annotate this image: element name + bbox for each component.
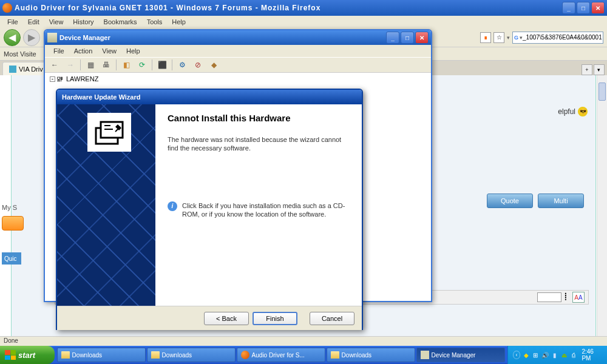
scrollbar-thumb[interactable] (599, 83, 606, 101)
wizard-info-row: i Click Back if you have installation me… (168, 201, 350, 219)
quick-reply-header: Quic (2, 252, 21, 265)
finish-button[interactable]: Finish (253, 312, 297, 325)
enable-icon[interactable]: ◆ (208, 59, 220, 71)
device-manager-icon (47, 33, 57, 42)
new-tab-button[interactable]: + (582, 64, 592, 75)
printer-icon[interactable]: ⎙ (570, 351, 578, 359)
minimize-button[interactable]: _ (562, 2, 575, 14)
status-bar: Done (0, 336, 607, 346)
most-visited-label[interactable]: Most Visite (4, 50, 36, 58)
wizard-footer: < Back Finish Cancel (57, 306, 362, 330)
status-text: Done (4, 337, 18, 344)
forward-button[interactable]: ▶ (23, 29, 40, 46)
tab-label: VIA Driv (19, 66, 43, 73)
taskbar-item-downloads-1[interactable]: Downloads (57, 348, 146, 362)
dm-title: Device Manager (59, 34, 386, 41)
wizard-titlebar[interactable]: Hardware Update Wizard (57, 90, 362, 104)
wizard-title: Hardware Update Wizard (62, 93, 141, 101)
tray-expand-icon[interactable]: ‹ (513, 351, 521, 359)
dm-menu-help[interactable]: Help (121, 46, 145, 56)
folder-icon (331, 351, 339, 359)
maximize-button[interactable]: □ (577, 2, 590, 14)
back-arrow-icon[interactable]: ← (49, 59, 61, 71)
dm-menu-view[interactable]: View (97, 46, 121, 56)
taskbar: start Downloads Downloads Audio Driver f… (0, 346, 607, 364)
system-tray[interactable]: ‹ ◆ ⊞ 🔊 ▮ ⏏ ⎙ 2:46 PM (507, 346, 607, 364)
battery-icon[interactable]: ▮ (551, 351, 558, 359)
properties-icon[interactable]: ▦ (84, 59, 97, 71)
forward-arrow-icon[interactable]: → (64, 59, 76, 71)
menu-tools[interactable]: Tools (142, 17, 168, 27)
start-button[interactable]: start (0, 346, 55, 364)
rss-icon[interactable]: ∎ (480, 32, 491, 43)
dm-close-button[interactable]: ✕ (415, 32, 429, 44)
dropdown-icon[interactable]: ▾ (507, 35, 510, 41)
taskbar-item-downloads-2[interactable]: Downloads (147, 348, 236, 362)
computer-icon: 🖳 (56, 75, 65, 83)
quote-button[interactable]: Quote (487, 194, 533, 208)
shield-icon[interactable]: ◆ (522, 351, 530, 359)
print-icon[interactable]: 🖶 (100, 59, 112, 71)
cancel-button[interactable]: Cancel (310, 312, 354, 325)
search-box[interactable]: G ▾ _1007\5&3876E0A4&0&0001 (512, 32, 603, 44)
volume-icon[interactable]: 🔊 (541, 351, 549, 359)
menu-file[interactable]: File (2, 17, 23, 27)
back-button[interactable]: < Back (204, 312, 249, 325)
dm-toolbar: ← → ▦ 🖶 ◧ ⟳ ⬛ ⚙ ⊘ ◆ (45, 57, 431, 73)
folder-icon (151, 351, 160, 359)
font-color-button[interactable]: AA (572, 292, 585, 303)
forum-post-text: elpful 😎 (558, 107, 588, 116)
folder-icon (61, 351, 70, 359)
computer-name: LAWRENZ (66, 75, 98, 83)
dm-titlebar[interactable]: Device Manager _ □ ✕ (45, 30, 431, 45)
bookmark-star-icon[interactable]: ☆ (493, 32, 504, 43)
taskbar-item-firefox[interactable]: Audio Driver for S... (237, 348, 325, 362)
back-button[interactable]: ◀ (4, 29, 21, 46)
my-s-label: My S (2, 204, 17, 211)
device-tree[interactable]: - 🖳 LAWRENZ (45, 73, 431, 85)
tab-via-driv[interactable]: VIA Driv (2, 62, 50, 75)
reply-button[interactable] (2, 216, 24, 231)
tab-list-button[interactable]: ▾ (594, 64, 605, 75)
hardware-wizard-dialog: Hardware Update Wizard Cannot Install th… (56, 89, 363, 330)
size-dropdown[interactable] (537, 292, 561, 302)
network-icon[interactable]: ⊞ (532, 351, 540, 359)
taskbar-item-device-manager[interactable]: Device Manager (416, 348, 505, 362)
dm-menu-file[interactable]: File (49, 46, 69, 56)
windows-logo-icon (5, 350, 16, 360)
uninstall-icon[interactable]: ⬛ (156, 59, 168, 71)
wizard-side-graphic (57, 104, 155, 306)
dm-maximize-button[interactable]: □ (401, 32, 414, 44)
dm-menubar: File Action View Help (45, 45, 431, 57)
dm-menu-action[interactable]: Action (69, 46, 98, 56)
clock[interactable]: 2:46 PM (582, 348, 602, 362)
firefox-icon (2, 3, 12, 13)
collapse-icon[interactable]: - (50, 76, 55, 82)
multi-button[interactable]: Multi (538, 194, 584, 208)
menu-view[interactable]: View (44, 17, 69, 27)
close-button[interactable]: ✕ (591, 2, 605, 14)
tree-root-node[interactable]: - 🖳 LAWRENZ (50, 75, 426, 83)
firefox-titlebar[interactable]: Audio Driver for Sylvania GNET 13001 - W… (0, 0, 607, 16)
start-label: start (18, 351, 35, 360)
menu-help[interactable]: Help (167, 17, 191, 27)
scan-icon[interactable]: ◧ (120, 59, 132, 71)
device-manager-icon (421, 351, 429, 359)
firefox-icon (241, 351, 249, 359)
update-driver-icon[interactable]: ⚙ (176, 59, 188, 71)
scrollbar[interactable] (597, 75, 607, 336)
taskbar-item-downloads-3[interactable]: Downloads (327, 348, 415, 362)
menu-history[interactable]: History (68, 17, 98, 27)
search-text: _1007\5&3876E0A4&0&0001 (523, 34, 602, 41)
menu-bookmarks[interactable]: Bookmarks (99, 17, 142, 27)
disable-icon[interactable]: ⊘ (192, 59, 204, 71)
hardware-install-icon (87, 113, 131, 152)
info-icon: i (168, 201, 177, 211)
firefox-menubar: File Edit View History Bookmarks Tools H… (0, 16, 607, 28)
safely-remove-icon[interactable]: ⏏ (560, 351, 568, 359)
dm-minimize-button[interactable]: _ (386, 32, 399, 44)
wizard-heading: Cannot Install this Hardware (168, 113, 350, 123)
refresh-icon[interactable]: ⟳ (136, 59, 148, 71)
google-icon: G (514, 33, 518, 42)
menu-edit[interactable]: Edit (23, 17, 44, 27)
